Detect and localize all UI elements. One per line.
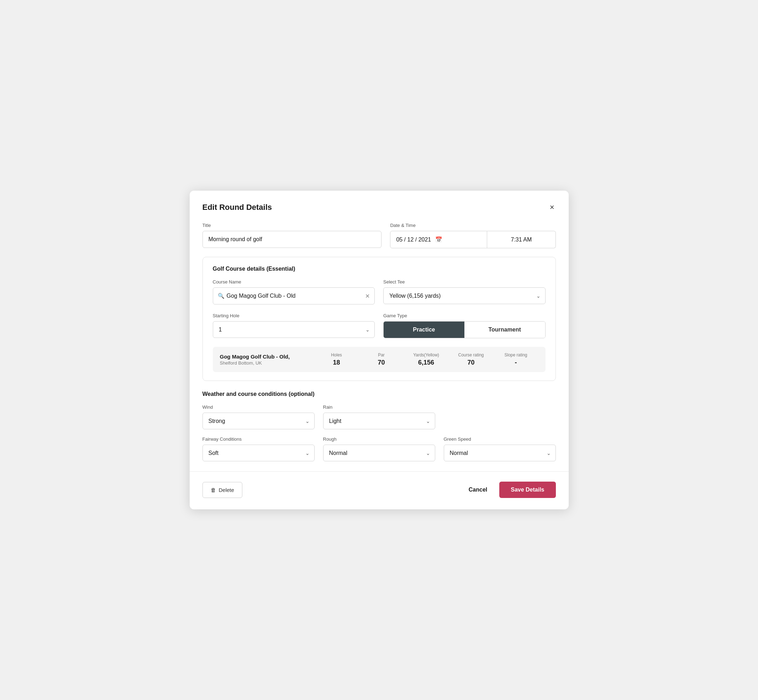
wind-wrapper: NoneLightModerateStrong ⌄ [202, 412, 315, 429]
delete-button[interactable]: 🗑 Delete [202, 482, 242, 498]
modal-title: Edit Round Details [202, 203, 272, 212]
date-value: 05 / 12 / 2021 [396, 236, 431, 243]
footer-divider [190, 471, 568, 472]
title-label: Title [202, 223, 382, 228]
delete-label: Delete [219, 487, 234, 493]
par-stat: Par 70 [359, 353, 404, 366]
select-tee-wrapper: Yellow (6,156 yards) White Red Blue ⌄ [383, 288, 545, 304]
course-info-location: Shelford Bottom, UK [220, 360, 314, 366]
wind-rain-row: Wind NoneLightModerateStrong ⌄ Rain None… [202, 405, 556, 429]
rough-label: Rough [323, 436, 435, 442]
hole-gametype-row: Starting Hole 1 2345 678910 ⌄ Game Type … [213, 313, 545, 338]
course-name-group: Course Name 🔍 ✕ [213, 279, 375, 305]
trash-icon: 🗑 [211, 487, 216, 493]
starting-hole-label: Starting Hole [213, 313, 375, 318]
course-info-bar: Gog Magog Golf Club - Old, Shelford Bott… [213, 347, 545, 372]
fairway-group: Fairway Conditions SoftNormalHard ⌄ [202, 436, 315, 461]
green-speed-label: Green Speed [444, 436, 556, 442]
course-rating-stat: Course rating 70 [449, 353, 493, 366]
rain-wrapper: NoneLightModerateHeavy ⌄ [323, 412, 435, 429]
fairway-dropdown[interactable]: SoftNormalHard [202, 445, 315, 461]
course-name-label: Course Name [213, 279, 375, 284]
holes-stat: Holes 18 [314, 353, 359, 366]
practice-button[interactable]: Practice [384, 322, 464, 338]
select-tee-group: Select Tee Yellow (6,156 yards) White Re… [383, 279, 545, 304]
footer-row: 🗑 Delete Cancel Save Details [202, 481, 556, 498]
datetime-label: Date & Time [390, 223, 556, 228]
rough-group: Rough SoftNormalHard ⌄ [323, 436, 435, 461]
select-tee-dropdown[interactable]: Yellow (6,156 yards) White Red Blue [383, 288, 545, 304]
course-info-name: Gog Magog Golf Club - Old, [220, 353, 314, 359]
rain-dropdown[interactable]: NoneLightModerateHeavy [323, 412, 435, 429]
starting-hole-group: Starting Hole 1 2345 678910 ⌄ [213, 313, 375, 338]
datetime-group: Date & Time 05 / 12 / 2021 📅 7:31 AM [390, 223, 556, 248]
starting-hole-dropdown[interactable]: 1 2345 678910 [213, 321, 375, 338]
wind-label: Wind [202, 405, 315, 410]
weather-section: Weather and course conditions (optional)… [202, 391, 556, 461]
yards-label: Yards(Yellow) [413, 353, 439, 358]
datetime-inputs: 05 / 12 / 2021 📅 7:31 AM [390, 231, 556, 248]
rain-group: Rain NoneLightModerateHeavy ⌄ [323, 405, 435, 429]
course-name-input[interactable] [213, 288, 375, 305]
golf-course-section: Golf Course details (Essential) Course N… [202, 257, 556, 381]
game-type-toggle: Practice Tournament [383, 321, 545, 338]
course-rating-value: 70 [467, 359, 475, 366]
title-group: Title [202, 223, 382, 248]
clear-icon[interactable]: ✕ [365, 293, 370, 300]
par-value: 70 [377, 359, 385, 366]
modal-header: Edit Round Details × [202, 202, 556, 213]
close-button[interactable]: × [548, 202, 556, 213]
slope-rating-stat: Slope rating - [493, 353, 539, 366]
fairway-wrapper: SoftNormalHard ⌄ [202, 445, 315, 461]
holes-value: 18 [333, 359, 340, 366]
game-type-label: Game Type [383, 313, 545, 318]
select-tee-label: Select Tee [383, 279, 545, 284]
course-rating-label: Course rating [458, 353, 484, 358]
golf-course-title: Golf Course details (Essential) [213, 266, 545, 272]
par-label: Par [378, 353, 385, 358]
title-datetime-row: Title Date & Time 05 / 12 / 2021 📅 7:31 … [202, 223, 556, 248]
fairway-label: Fairway Conditions [202, 436, 315, 442]
time-value: 7:31 AM [511, 236, 532, 243]
title-input[interactable] [202, 231, 382, 248]
green-speed-group: Green Speed SlowNormalFast ⌄ [444, 436, 556, 461]
yards-stat: Yards(Yellow) 6,156 [404, 353, 449, 366]
tournament-button[interactable]: Tournament [464, 322, 545, 338]
holes-label: Holes [331, 353, 342, 358]
footer-right: Cancel Save Details [465, 481, 556, 498]
rough-dropdown[interactable]: SoftNormalHard [323, 445, 435, 461]
rain-label: Rain [323, 405, 435, 410]
save-button[interactable]: Save Details [499, 481, 556, 498]
yards-value: 6,156 [418, 359, 434, 366]
green-speed-dropdown[interactable]: SlowNormalFast [444, 445, 556, 461]
green-speed-wrapper: SlowNormalFast ⌄ [444, 445, 556, 461]
rough-wrapper: SoftNormalHard ⌄ [323, 445, 435, 461]
course-info-name-block: Gog Magog Golf Club - Old, Shelford Bott… [220, 353, 314, 366]
cancel-button[interactable]: Cancel [465, 482, 491, 498]
wind-dropdown[interactable]: NoneLightModerateStrong [202, 412, 315, 429]
date-field[interactable]: 05 / 12 / 2021 📅 [390, 231, 487, 248]
course-search-wrapper: 🔍 ✕ [213, 288, 375, 305]
time-field[interactable]: 7:31 AM [487, 231, 556, 248]
game-type-group: Game Type Practice Tournament [383, 313, 545, 338]
slope-rating-label: Slope rating [504, 353, 527, 358]
slope-rating-value: - [515, 359, 517, 366]
wind-group: Wind NoneLightModerateStrong ⌄ [202, 405, 315, 429]
course-tee-row: Course Name 🔍 ✕ Select Tee Yellow (6,156… [213, 279, 545, 305]
calendar-icon: 📅 [435, 236, 442, 243]
edit-round-modal: Edit Round Details × Title Date & Time 0… [190, 191, 568, 509]
starting-hole-wrapper: 1 2345 678910 ⌄ [213, 321, 375, 338]
fairway-rough-green-row: Fairway Conditions SoftNormalHard ⌄ Roug… [202, 436, 556, 461]
weather-section-title: Weather and course conditions (optional) [202, 391, 556, 397]
spacer [444, 405, 556, 429]
